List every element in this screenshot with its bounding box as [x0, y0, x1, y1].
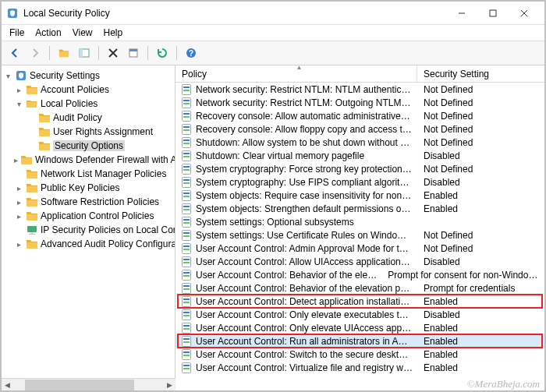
policy-value: Disabled	[417, 150, 460, 161]
policy-value: Not Defined	[417, 230, 473, 241]
app-icon	[6, 7, 19, 19]
policy-row[interactable]: Network security: Restrict NTLM: Outgoin…	[176, 96, 544, 109]
policy-value: Not Defined	[417, 97, 473, 108]
scroll-right-icon[interactable]: ▶	[164, 381, 176, 389]
policy-row[interactable]: User Account Control: Behavior of the el…	[176, 268, 544, 281]
collapse-icon[interactable]: ▾	[3, 72, 12, 80]
back-button[interactable]	[6, 44, 23, 62]
menu-help[interactable]: Help	[104, 27, 123, 38]
tree-node-account-policies[interactable]: ▸ Account Policies	[2, 83, 176, 97]
policy-row[interactable]: System cryptography: Use FIPS compliant …	[176, 175, 544, 189]
policy-icon	[180, 110, 193, 122]
policy-row[interactable]: System cryptography: Force strong key pr…	[176, 162, 544, 175]
scrollbar-thumb[interactable]	[25, 380, 134, 390]
expand-icon[interactable]: ▸	[14, 184, 23, 192]
policy-row[interactable]: Shutdown: Clear virtual memory pagefile …	[176, 149, 544, 162]
tree-node-aapc[interactable]: ▸ Advanced Audit Policy Configuration	[2, 237, 176, 251]
policy-name: System settings: Optional subsystems	[196, 217, 417, 228]
tree-node-acp[interactable]: ▸ Application Control Policies	[2, 209, 176, 223]
policy-row[interactable]: Recovery console: Allow automatic admini…	[176, 109, 544, 122]
separator	[147, 46, 148, 60]
tree-node-srp[interactable]: ▸ Software Restriction Policies	[2, 195, 176, 209]
column-header-policy[interactable]: Policy ▲	[176, 65, 417, 82]
policy-row[interactable]: User Account Control: Detect application…	[176, 295, 544, 308]
policy-row[interactable]: Shutdown: Allow system to be shut down w…	[176, 136, 544, 149]
policy-value: Not Defined	[417, 84, 473, 95]
policy-row[interactable]: User Account Control: Only elevate UIAcc…	[176, 321, 544, 334]
tree-label: Security Settings	[30, 70, 100, 81]
policy-name: Recovery console: Allow automatic admini…	[196, 111, 417, 122]
svg-rect-7	[490, 10, 496, 16]
forward-button[interactable]	[27, 44, 44, 62]
expand-icon[interactable]: ▸	[14, 86, 23, 94]
policy-row[interactable]: User Account Control: Virtualize file an…	[176, 361, 544, 374]
policy-row[interactable]: User Account Control: Allow UIAccess app…	[176, 255, 544, 268]
policy-value: Prompt for credentials	[417, 283, 515, 294]
show-hide-tree-button[interactable]	[76, 44, 93, 62]
policy-row[interactable]: User Account Control: Switch to the secu…	[176, 348, 544, 361]
tree-root-node[interactable]: ▾ Security Settings	[2, 69, 176, 83]
policy-value: Enabled	[417, 296, 458, 307]
tree-node-pkp[interactable]: ▸ Public Key Policies	[2, 181, 176, 195]
tree-node-security-options[interactable]: Security Options	[2, 139, 176, 153]
menu-file[interactable]: File	[9, 27, 24, 38]
up-button[interactable]	[55, 44, 73, 62]
expand-icon[interactable]: ▸	[14, 156, 18, 164]
tree-label: Application Control Policies	[41, 210, 154, 221]
list-pane[interactable]: Policy ▲ Security Setting Network securi…	[176, 65, 544, 383]
policy-icon	[180, 150, 193, 162]
policy-row[interactable]: User Account Control: Only elevate execu…	[176, 308, 544, 321]
expand-icon[interactable]: ▸	[14, 198, 23, 207]
policy-value: Enabled	[417, 323, 458, 334]
column-header-setting[interactable]: Security Setting	[417, 65, 544, 82]
tree-node-local-policies[interactable]: ▾ Local Policies	[2, 97, 176, 111]
properties-button[interactable]	[125, 44, 142, 62]
refresh-button[interactable]	[154, 44, 171, 62]
policy-row[interactable]: User Account Control: Admin Approval Mod…	[176, 242, 544, 255]
tree-horizontal-scrollbar[interactable]: ◀ ▶	[2, 378, 176, 390]
policy-icon	[180, 97, 193, 109]
tree-node-nlmp[interactable]: Network List Manager Policies	[2, 167, 176, 181]
help-button[interactable]: ?	[183, 44, 200, 62]
tree-node-wdf[interactable]: ▸ Windows Defender Firewall with Advance…	[2, 153, 176, 167]
policy-icon	[180, 189, 193, 202]
tree-label: Account Policies	[41, 84, 109, 95]
tree-node-audit-policy[interactable]: Audit Policy	[2, 111, 176, 125]
policy-value: Enabled	[417, 190, 458, 201]
menu-view[interactable]: View	[73, 27, 93, 38]
policy-value: Not Defined	[417, 137, 473, 148]
policy-value: Not Defined	[417, 111, 473, 122]
policy-row[interactable]: User Account Control: Run all administra…	[176, 334, 544, 348]
tree-pane[interactable]: ▾ Security Settings ▸ Account Policies ▾…	[2, 65, 176, 383]
policy-name: User Account Control: Behavior of the el…	[196, 270, 381, 281]
expand-icon[interactable]: ▸	[14, 212, 23, 221]
policy-row[interactable]: User Account Control: Behavior of the el…	[176, 281, 544, 295]
policy-row[interactable]: System settings: Optional subsystems	[176, 215, 544, 228]
close-button[interactable]	[509, 2, 540, 24]
menu-action[interactable]: Action	[35, 27, 61, 38]
policy-value: Disabled	[417, 256, 460, 267]
titlebar: Local Security Policy	[2, 2, 544, 25]
tree-node-user-rights[interactable]: User Rights Assignment	[2, 125, 176, 139]
minimize-button[interactable]	[446, 2, 477, 24]
policy-row[interactable]: Network security: Restrict NTLM: NTLM au…	[176, 83, 544, 96]
maximize-button[interactable]	[477, 2, 509, 24]
policy-row[interactable]: System objects: Require case insensitivi…	[176, 189, 544, 202]
scroll-left-icon[interactable]: ◀	[2, 381, 13, 389]
policy-name: System objects: Require case insensitivi…	[196, 190, 417, 201]
delete-button[interactable]	[105, 44, 122, 62]
folder-icon	[26, 196, 38, 208]
list-body: Network security: Restrict NTLM: NTLM au…	[176, 83, 544, 374]
collapse-icon[interactable]: ▾	[14, 100, 23, 108]
policy-row[interactable]: System objects: Strengthen default permi…	[176, 202, 544, 215]
tree-node-ipsec[interactable]: IP Security Policies on Local Computer	[2, 223, 176, 237]
policy-value: Not Defined	[417, 164, 473, 175]
policy-row[interactable]: System settings: Use Certificate Rules o…	[176, 228, 544, 242]
policy-value: Enabled	[417, 349, 458, 360]
policy-icon	[180, 362, 193, 374]
watermark: ©MeraBheja.com	[467, 378, 540, 390]
expand-icon[interactable]: ▸	[14, 240, 23, 249]
separator	[98, 46, 99, 60]
policy-icon	[180, 123, 193, 136]
policy-row[interactable]: Recovery console: Allow floppy copy and …	[176, 122, 544, 136]
